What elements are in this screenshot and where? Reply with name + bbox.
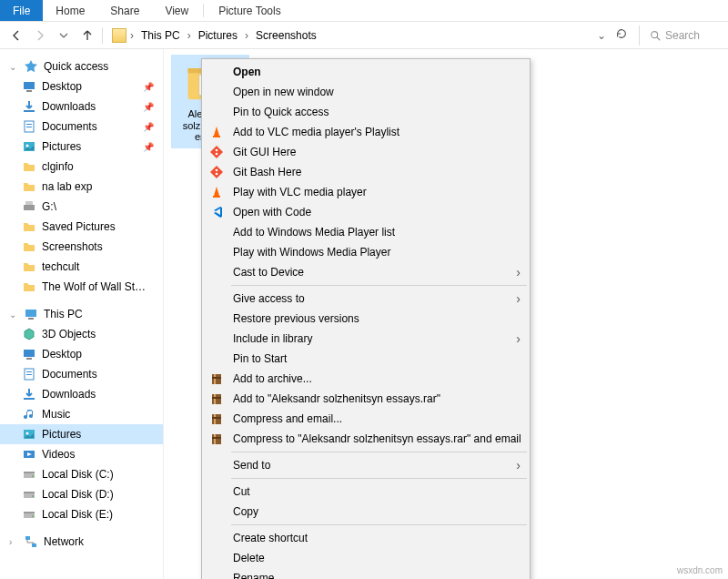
menu-item-label: Add to "Aleksandr solzhenitsyn essays.ra…	[233, 392, 440, 405]
menu-item-add-to-archive[interactable]: Add to archive...	[204, 369, 528, 389]
sidebar-item-desktop[interactable]: Desktop📌	[0, 76, 163, 96]
menu-item-add-to-aleksandr-solzhenitsyn-essays-rar[interactable]: Add to "Aleksandr solzhenitsyn essays.ra…	[204, 389, 528, 409]
desktop-icon	[22, 347, 36, 361]
sidebar-item-music[interactable]: Music	[0, 404, 163, 424]
caret-down-icon: ⌄	[9, 62, 18, 72]
drive-icon	[22, 507, 36, 522]
folder-icon	[22, 159, 36, 174]
forward-button[interactable]	[31, 26, 49, 45]
sidebar-item-the-wolf-of-wall-st-[interactable]: The Wolf of Wall St…	[0, 277, 163, 297]
tab-home[interactable]: Home	[43, 0, 97, 21]
breadcrumb-this-pc[interactable]: This PC	[137, 29, 184, 42]
menu-item-label: Give access to	[233, 292, 305, 305]
menu-item-restore-previous-versions[interactable]: Restore previous versions	[204, 309, 528, 329]
menu-item-cut[interactable]: Cut	[204, 482, 528, 502]
sidebar-item-local-disk-e-[interactable]: Local Disk (E:)	[0, 504, 163, 524]
chevron-right-icon[interactable]: ›	[243, 29, 250, 42]
tab-share[interactable]: Share	[97, 0, 152, 21]
sidebar-this-pc[interactable]: ⌄ This PC	[0, 304, 163, 324]
svg-rect-49	[212, 397, 221, 399]
sidebar-network[interactable]: › Network	[0, 532, 163, 552]
sidebar-item-3d-objects[interactable]: 3D Objects	[0, 324, 163, 344]
menu-item-label: Copy	[233, 505, 258, 518]
address-bar[interactable]: › This PC › Pictures › Screenshots	[108, 25, 592, 46]
menu-item-label: Add to VLC media player's Playlist	[233, 126, 399, 138]
sidebar-item-downloads[interactable]: Downloads📌	[0, 96, 163, 117]
menu-item-label: Git GUI Here	[233, 146, 296, 158]
menu-item-add-to-windows-media-player-list[interactable]: Add to Windows Media Player list	[204, 222, 528, 242]
chevron-right-icon[interactable]: ›	[128, 29, 136, 42]
svg-point-25	[32, 475, 34, 477]
menu-item-git-bash-here[interactable]: Git Bash Here	[204, 162, 528, 182]
breadcrumb-pictures[interactable]: Pictures	[195, 29, 241, 42]
menu-item-git-gui-here[interactable]: Git GUI Here	[204, 142, 528, 162]
menu-item-pin-to-quick-access[interactable]: Pin to Quick access	[204, 102, 528, 122]
sidebar-item-pictures[interactable]: Pictures📌	[0, 137, 163, 157]
svg-point-28	[32, 495, 34, 497]
menu-item-open-in-new-window[interactable]: Open in new window	[204, 82, 528, 102]
recent-dropdown[interactable]	[55, 26, 73, 45]
sidebar-item-clginfo[interactable]: clginfo	[0, 157, 163, 177]
menu-item-compress-and-email[interactable]: Compress and email...	[204, 409, 528, 429]
sidebar-item-label: Screenshots	[42, 240, 103, 253]
sidebar-item-pictures[interactable]: Pictures	[0, 424, 163, 444]
sidebar-quick-access[interactable]: ⌄ Quick access	[0, 56, 163, 76]
sidebar-item-desktop[interactable]: Desktop	[0, 344, 163, 364]
up-button[interactable]	[78, 26, 96, 45]
search-box[interactable]: Search	[639, 25, 721, 46]
menu-item-label: Open	[233, 66, 261, 78]
tab-picture-tools[interactable]: Picture Tools	[206, 0, 293, 21]
address-dropdown[interactable]: ⌄	[597, 29, 606, 42]
menu-item-pin-to-start[interactable]: Pin to Start	[204, 349, 528, 369]
menu-item-create-shortcut[interactable]: Create shortcut	[204, 528, 528, 548]
sidebar-item-na-lab-exp[interactable]: na lab exp	[0, 177, 163, 197]
git-icon	[209, 145, 224, 159]
svg-rect-43	[213, 196, 220, 198]
sidebar-item-downloads[interactable]: Downloads	[0, 384, 163, 404]
svg-rect-53	[212, 434, 221, 444]
menu-item-label: Include in library	[233, 332, 312, 345]
menu-item-label: Pin to Start	[233, 352, 287, 365]
sidebar-item-videos[interactable]: Videos	[0, 444, 163, 464]
search-icon	[649, 29, 662, 42]
svg-rect-48	[214, 394, 216, 404]
back-button[interactable]	[7, 26, 25, 45]
sidebar-item-label: clginfo	[42, 160, 74, 173]
menu-item-add-to-vlc-media-player-s-playlist[interactable]: Add to VLC media player's Playlist	[204, 122, 528, 142]
menu-item-delete[interactable]: Delete	[204, 548, 528, 568]
menu-item-label: Rename	[233, 572, 274, 579]
menu-item-compress-to-aleksandr-solzhenitsyn-essays-rar-and-email[interactable]: Compress to "Aleksandr solzhenitsyn essa…	[204, 429, 528, 449]
sidebar-item-label: Saved Pictures	[42, 220, 116, 233]
sidebar-item-techcult[interactable]: techcult	[0, 257, 163, 277]
svg-rect-17	[26, 371, 32, 372]
menu-item-give-access-to[interactable]: Give access to›	[204, 289, 528, 309]
star-icon	[24, 59, 38, 74]
menu-item-cast-to-device[interactable]: Cast to Device›	[204, 262, 528, 282]
menu-item-label: Git Bash Here	[233, 166, 301, 178]
tab-file[interactable]: File	[0, 0, 43, 21]
menu-item-play-with-vlc-media-player[interactable]: Play with VLC media player	[204, 182, 528, 202]
sidebar-item-documents[interactable]: Documents	[0, 364, 163, 384]
menu-item-copy[interactable]: Copy	[204, 502, 528, 522]
breadcrumb-screenshots[interactable]: Screenshots	[252, 29, 320, 42]
menu-item-include-in-library[interactable]: Include in library›	[204, 329, 528, 349]
sidebar-item-g-[interactable]: G:\	[0, 197, 163, 217]
tab-view[interactable]: View	[152, 0, 201, 21]
chevron-right-icon[interactable]: ›	[186, 29, 193, 42]
sidebar-item-local-disk-c-[interactable]: Local Disk (C:)	[0, 464, 163, 484]
menu-item-open-with-code[interactable]: Open with Code	[204, 202, 528, 222]
svg-rect-7	[26, 127, 32, 127]
svg-rect-52	[212, 417, 221, 419]
sidebar-item-screenshots[interactable]: Screenshots	[0, 237, 163, 257]
menu-item-send-to[interactable]: Send to›	[204, 455, 528, 475]
sidebar-item-label: This PC	[44, 308, 83, 320]
menu-item-rename[interactable]: Rename	[204, 568, 528, 579]
sidebar-item-saved-pictures[interactable]: Saved Pictures	[0, 217, 163, 237]
refresh-button[interactable]	[615, 27, 628, 43]
menu-item-open[interactable]: Open	[204, 62, 528, 82]
menu-item-play-with-windows-media-player[interactable]: Play with Windows Media Player	[204, 242, 528, 262]
sidebar-item-local-disk-d-[interactable]: Local Disk (D:)	[0, 484, 163, 504]
sidebar-item-documents[interactable]: Documents📌	[0, 117, 163, 137]
sidebar-item-label: na lab exp	[42, 180, 92, 193]
folder-icon	[22, 259, 36, 274]
